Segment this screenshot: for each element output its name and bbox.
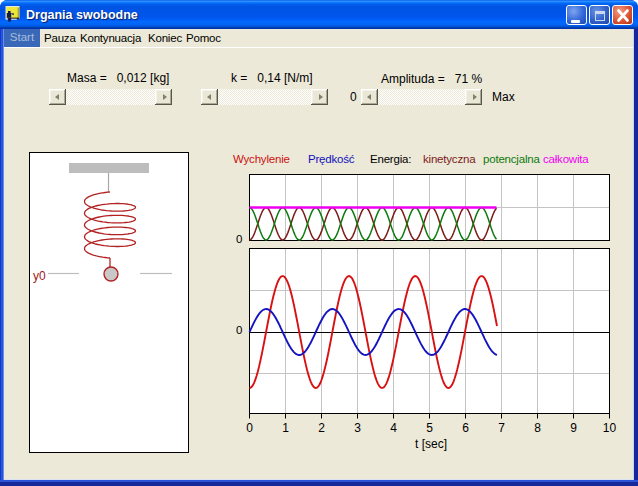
svg-text:y0: y0 (33, 269, 46, 283)
